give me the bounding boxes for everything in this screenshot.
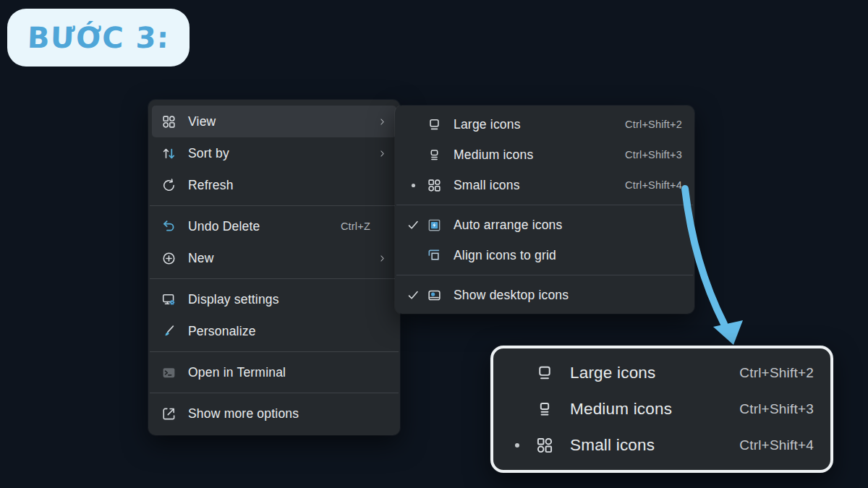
menu-item-label: Personalize bbox=[188, 324, 354, 339]
chevron-right-icon bbox=[378, 254, 388, 263]
large-icons-icon bbox=[426, 117, 442, 132]
menu-item-show-more-options[interactable]: Show more options bbox=[152, 398, 396, 429]
menu-item-shortcut: Ctrl+Shift+3 bbox=[625, 149, 682, 160]
menu-item-shortcut: Ctrl+Z bbox=[341, 221, 370, 232]
zoom-callout: Large icons Ctrl+Shift+2 Medium icons Ct… bbox=[490, 346, 833, 473]
terminal-icon bbox=[161, 365, 176, 380]
display-settings-icon bbox=[161, 292, 176, 307]
menu-item-shortcut: Ctrl+Shift+2 bbox=[625, 119, 682, 130]
step-badge: BƯỚC 3: bbox=[7, 9, 190, 67]
menu-item-label: Show desktop icons bbox=[454, 288, 666, 303]
menu-item-label: Sort by bbox=[188, 146, 354, 161]
medium-icons-icon bbox=[426, 147, 442, 163]
menu-item-label: View bbox=[188, 114, 354, 129]
align-grid-icon bbox=[426, 248, 442, 263]
menu-item-label: Align icons to grid bbox=[454, 248, 666, 263]
menu-item-large-icons: Large icons Ctrl+Shift+2 bbox=[497, 355, 827, 391]
menu-item-display-settings[interactable]: Display settings bbox=[152, 283, 396, 315]
menu-item-personalize[interactable]: Personalize bbox=[152, 315, 396, 347]
menu-item-open-in-terminal[interactable]: Open in Terminal bbox=[152, 356, 396, 388]
menu-item-large-icons[interactable]: Large icons Ctrl+Shift+2 bbox=[399, 109, 691, 140]
menu-separator bbox=[396, 205, 693, 205]
medium-icons-icon bbox=[535, 400, 554, 419]
show-desktop-icon bbox=[426, 288, 442, 303]
menu-item-align-icons-to-grid[interactable]: Align icons to grid bbox=[399, 240, 691, 270]
menu-item-refresh[interactable]: Refresh bbox=[152, 169, 396, 201]
menu-item-label: Large icons bbox=[454, 117, 609, 132]
menu-item-medium-icons: Medium icons Ctrl+Shift+3 bbox=[497, 391, 827, 427]
desktop-context-menu: View Sort by Refresh Undo Delete Ctrl+Z … bbox=[148, 100, 400, 435]
menu-item-label: Undo Delete bbox=[188, 219, 325, 234]
menu-item-shortcut: Ctrl+Shift+4 bbox=[625, 179, 682, 191]
menu-item-label: Display settings bbox=[188, 292, 354, 307]
check-icon bbox=[407, 289, 426, 301]
menu-item-label: Medium icons bbox=[570, 400, 723, 419]
undo-icon bbox=[161, 219, 176, 234]
check-icon bbox=[407, 219, 426, 231]
menu-separator bbox=[150, 393, 399, 393]
menu-item-medium-icons[interactable]: Medium icons Ctrl+Shift+3 bbox=[399, 140, 691, 170]
menu-item-label: Large icons bbox=[570, 364, 723, 382]
menu-item-small-icons[interactable]: Small icons Ctrl+Shift+4 bbox=[399, 170, 691, 200]
chevron-right-icon bbox=[378, 117, 388, 127]
menu-item-shortcut: Ctrl+Shift+3 bbox=[739, 401, 814, 417]
menu-item-label: Medium icons bbox=[454, 147, 609, 163]
selected-bullet bbox=[510, 438, 535, 453]
menu-item-small-icons: Small icons Ctrl+Shift+4 bbox=[497, 427, 827, 463]
paintbrush-icon bbox=[161, 324, 176, 339]
menu-item-label: Small icons bbox=[570, 436, 723, 455]
menu-item-view[interactable]: View bbox=[152, 106, 396, 137]
menu-item-sort-by[interactable]: Sort by bbox=[152, 137, 396, 169]
menu-item-shortcut: Ctrl+Shift+2 bbox=[739, 365, 814, 381]
view-submenu: Large icons Ctrl+Shift+2 Medium icons Ct… bbox=[395, 106, 694, 314]
menu-item-label: New bbox=[188, 251, 354, 266]
selected-bullet bbox=[407, 179, 426, 192]
menu-item-label: Small icons bbox=[454, 178, 609, 193]
menu-item-label: Auto arrange icons bbox=[454, 218, 666, 233]
menu-item-label: Open in Terminal bbox=[188, 365, 354, 380]
menu-item-label: Refresh bbox=[188, 178, 354, 193]
menu-item-undo-delete[interactable]: Undo Delete Ctrl+Z bbox=[152, 210, 396, 242]
menu-item-show-desktop-icons[interactable]: Show desktop icons bbox=[399, 280, 691, 310]
menu-separator bbox=[150, 351, 399, 352]
view-grid-icon bbox=[161, 114, 176, 129]
large-icons-icon bbox=[535, 364, 554, 382]
menu-separator bbox=[150, 205, 399, 206]
menu-item-label: Show more options bbox=[188, 406, 354, 421]
small-icons-icon bbox=[535, 436, 554, 455]
menu-item-new[interactable]: New bbox=[152, 242, 396, 274]
auto-arrange-icon bbox=[426, 218, 442, 233]
menu-separator bbox=[150, 278, 399, 279]
step-badge-label: BƯỚC 3: bbox=[27, 21, 170, 54]
plus-circle-icon bbox=[161, 251, 176, 266]
refresh-icon bbox=[161, 178, 176, 193]
expand-icon bbox=[161, 406, 176, 421]
chevron-right-icon bbox=[378, 149, 388, 158]
small-icons-icon bbox=[426, 178, 442, 193]
menu-item-shortcut: Ctrl+Shift+4 bbox=[739, 437, 814, 453]
menu-item-auto-arrange-icons[interactable]: Auto arrange icons bbox=[399, 210, 691, 240]
menu-separator bbox=[396, 275, 693, 275]
sort-arrows-icon bbox=[161, 146, 176, 161]
